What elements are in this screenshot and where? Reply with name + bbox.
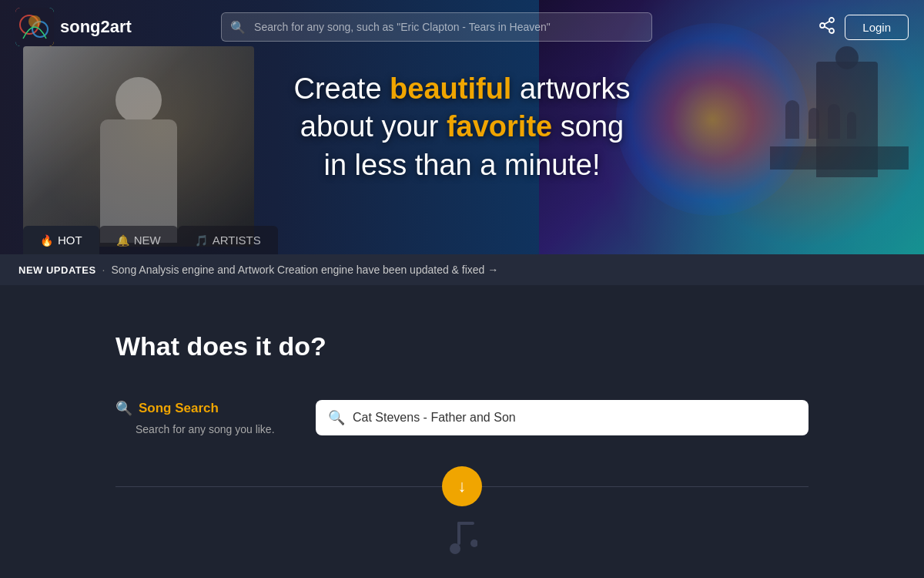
hero-line2-song: song (552, 110, 624, 143)
song-search-icon: 🔍 (116, 400, 132, 417)
hero-line2-about: about your (300, 110, 447, 143)
person-silhouette-left (69, 69, 208, 247)
main-content: What does it do? 🔍 Song Search Search fo… (0, 285, 924, 578)
svg-rect-9 (457, 522, 460, 545)
svg-point-5 (829, 29, 834, 33)
tab-new-label: NEW (134, 234, 161, 247)
divider-line-left (116, 486, 442, 487)
hero-line1-create: Create (293, 72, 390, 105)
bell-icon: 🔔 (116, 234, 129, 247)
header-actions: Login (819, 15, 909, 40)
feature-label: 🔍 Song Search Search for any song you li… (116, 400, 285, 435)
header-search-input[interactable] (221, 12, 652, 42)
svg-point-12 (470, 539, 477, 547)
bottom-music-area (116, 522, 808, 560)
feature-description: Search for any song you like. (116, 423, 285, 435)
music-tab-icon: 🎵 (195, 234, 208, 247)
svg-point-3 (28, 15, 41, 28)
hero-line2-favorite: favorite (447, 110, 552, 143)
svg-rect-10 (457, 522, 474, 525)
tab-hot-label: HOT (58, 234, 82, 247)
logo-text: song2art (60, 17, 132, 37)
login-button[interactable]: Login (845, 15, 909, 40)
svg-line-8 (825, 26, 830, 29)
updates-bar: NEW UPDATES · Song Analysis engine and A… (0, 254, 924, 285)
header-search: 🔍 (221, 12, 652, 42)
hero-line3: in less than a minute! (323, 149, 600, 181)
fire-icon: 🔥 (40, 234, 53, 247)
svg-point-6 (820, 23, 825, 28)
divider-arrow: ↓ (116, 466, 808, 506)
header: song2art 🔍 Login (0, 0, 924, 54)
logo-image (15, 8, 54, 46)
svg-point-11 (450, 543, 460, 554)
tab-new[interactable]: 🔔 NEW (99, 226, 178, 254)
scroll-down-button[interactable]: ↓ (442, 466, 482, 506)
updates-dot: · (102, 264, 105, 276)
svg-point-4 (829, 18, 834, 22)
hero-line1-artworks: artworks (511, 72, 630, 105)
feature-title: 🔍 Song Search (116, 400, 285, 417)
share-button[interactable] (819, 17, 835, 38)
feature-title-text: Song Search (139, 401, 219, 416)
demo-search-icon: 🔍 (328, 409, 345, 426)
hero-text: Create beautiful artworks about your fav… (270, 70, 654, 184)
hero-image-left (23, 46, 254, 247)
song-search-input[interactable] (353, 411, 796, 425)
updates-label: NEW UPDATES (18, 264, 96, 276)
ground (770, 146, 909, 170)
tab-artists-label: ARTISTS (213, 234, 261, 247)
logo[interactable]: song2art (15, 8, 132, 46)
chevron-down-icon: ↓ (458, 476, 467, 496)
search-icon: 🔍 (230, 20, 246, 35)
hero-line1-beautiful: beautiful (390, 72, 511, 105)
divider-line-right (482, 486, 808, 487)
song-search-demo: 🔍 (316, 400, 808, 435)
feature-row-search: 🔍 Song Search Search for any song you li… (116, 400, 808, 435)
svg-line-7 (825, 21, 830, 24)
hero-tabs: 🔥 HOT 🔔 NEW 🎵 ARTISTS (23, 226, 278, 254)
section-title: What does it do? (116, 331, 808, 361)
music-note-icon (443, 522, 481, 560)
tab-hot[interactable]: 🔥 HOT (23, 226, 99, 254)
updates-message[interactable]: Song Analysis engine and Artwork Creatio… (112, 264, 499, 276)
tab-artists[interactable]: 🎵 ARTISTS (178, 226, 278, 254)
